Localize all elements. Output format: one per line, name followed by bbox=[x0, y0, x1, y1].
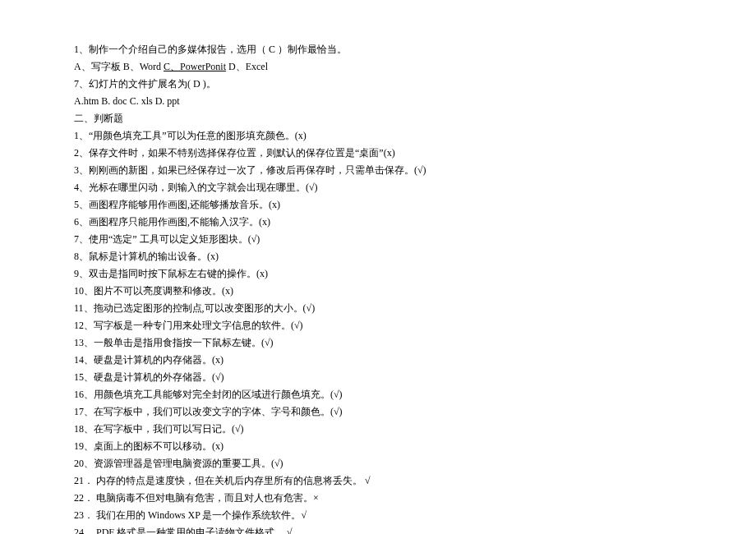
option-a-b: A、写字板 B、Word bbox=[74, 61, 164, 72]
tf-item: 12、写字板是一种专门用来处理文字信息的软件。(√) bbox=[74, 317, 682, 334]
tf-item: 21． 内存的特点是速度快，但在关机后内存里所有的信息将丢失。 √ bbox=[74, 472, 682, 490]
tf-item: 18、在写字板中，我们可以写日记。(√) bbox=[74, 421, 682, 438]
tf-item: 23． 我们在用的 Windows XP 是一个操作系统软件。√ bbox=[74, 507, 682, 524]
tf-item: 16、用颜色填充工具能够对完全封闭的区域进行颜色填充。(√) bbox=[74, 386, 682, 403]
option-d: D、Excel bbox=[226, 61, 268, 72]
tf-item: 4、光标在哪里闪动，则输入的文字就会出现在哪里。(√) bbox=[74, 179, 682, 196]
tf-item: 1、“用颜色填充工具”可以为任意的图形填充颜色。(x) bbox=[74, 127, 682, 145]
question-1-options: A、写字板 B、Word C、PowerPonit D、Excel bbox=[74, 58, 682, 76]
tf-item: 2、保存文件时，如果不特别选择保存位置，则默认的保存位置是“桌面”(x) bbox=[74, 145, 682, 162]
section-2-heading: 二、判断题 bbox=[74, 110, 682, 127]
tf-item: 24． PDF 格式是一种常用的电子读物文件格式。 √ bbox=[74, 524, 682, 534]
tf-item: 10、图片不可以亮度调整和修改。(x) bbox=[74, 283, 682, 300]
tf-item: 20、资源管理器是管理电脑资源的重要工具。(√) bbox=[74, 455, 682, 472]
tf-item: 13、一般单击是指用食指按一下鼠标左键。(√) bbox=[74, 334, 682, 352]
tf-item: 9、双击是指同时按下鼠标左右键的操作。(x) bbox=[74, 265, 682, 283]
tf-item: 3、刚刚画的新图，如果已经保存过一次了，修改后再保存时，只需单击保存。(√) bbox=[74, 162, 682, 179]
tf-item: 11、拖动已选定图形的控制点,可以改变图形的大小。(√) bbox=[74, 300, 682, 317]
tf-item: 15、硬盘是计算机的外存储器。(√) bbox=[74, 369, 682, 386]
tf-item: 22． 电脑病毒不但对电脑有危害，而且对人也有危害。× bbox=[74, 490, 682, 507]
question-7-options: A.htm B. doc C. xls D. ppt bbox=[74, 93, 682, 110]
tf-item: 8、鼠标是计算机的输出设备。(x) bbox=[74, 248, 682, 265]
tf-item: 7、使用“选定” 工具可以定义矩形图块。(√) bbox=[74, 231, 682, 248]
tf-item: 6、画图程序只能用作画图,不能输入汉字。(x) bbox=[74, 214, 682, 231]
tf-item: 5、画图程序能够用作画图,还能够播放音乐。(x) bbox=[74, 196, 682, 214]
question-1-stem: 1、制作一个介绍自己的多媒体报告，选用（ C ）制作最恰当。 bbox=[74, 41, 682, 58]
option-c-underlined: C、PowerPonit bbox=[164, 61, 226, 72]
tf-item: 19、桌面上的图标不可以移动。(x) bbox=[74, 438, 682, 455]
tf-item: 14、硬盘是计算机的内存储器。(x) bbox=[74, 352, 682, 369]
tf-item: 17、在写字板中，我们可以改变文字的字体、字号和颜色。(√) bbox=[74, 403, 682, 421]
question-7-stem: 7、幻灯片的文件扩展名为( D )。 bbox=[74, 76, 682, 93]
